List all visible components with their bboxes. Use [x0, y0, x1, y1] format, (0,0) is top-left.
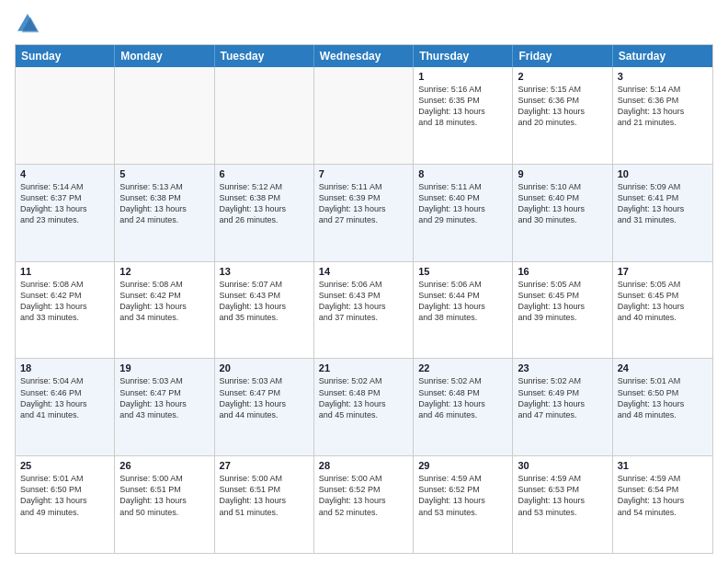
day-number: 22 [418, 362, 507, 373]
day-cell-21: 21Sunrise: 5:02 AM Sunset: 6:48 PM Dayli… [314, 359, 414, 455]
day-header-monday: Monday [115, 45, 214, 67]
day-number: 26 [119, 460, 209, 471]
day-cell-13: 13Sunrise: 5:07 AM Sunset: 6:43 PM Dayli… [215, 262, 314, 359]
day-number: 11 [20, 266, 109, 277]
calendar-row-2: 4Sunrise: 5:14 AM Sunset: 6:37 PM Daylig… [16, 165, 712, 262]
calendar-row-4: 18Sunrise: 5:04 AM Sunset: 6:46 PM Dayli… [16, 359, 712, 456]
day-header-saturday: Saturday [613, 45, 712, 67]
day-number: 9 [518, 168, 607, 179]
cell-info: Sunrise: 5:04 AM Sunset: 6:46 PM Dayligh… [20, 375, 109, 420]
day-cell-28: 28Sunrise: 5:00 AM Sunset: 6:52 PM Dayli… [314, 456, 414, 553]
cell-info: Sunrise: 5:02 AM Sunset: 6:49 PM Dayligh… [518, 375, 607, 420]
day-number: 14 [319, 266, 408, 277]
day-cell-18: 18Sunrise: 5:04 AM Sunset: 6:46 PM Dayli… [16, 359, 115, 455]
day-cell-2: 2Sunrise: 5:15 AM Sunset: 6:36 PM Daylig… [513, 67, 612, 164]
empty-cell [215, 67, 314, 164]
day-number: 18 [20, 362, 109, 373]
calendar-row-1: 1Sunrise: 5:16 AM Sunset: 6:35 PM Daylig… [16, 67, 712, 165]
cell-info: Sunrise: 5:03 AM Sunset: 6:47 PM Dayligh… [119, 375, 209, 420]
day-number: 29 [418, 460, 507, 471]
day-number: 13 [220, 266, 309, 277]
day-number: 30 [518, 460, 607, 471]
empty-cell [115, 67, 214, 164]
calendar-body: 1Sunrise: 5:16 AM Sunset: 6:35 PM Daylig… [16, 67, 712, 553]
cell-info: Sunrise: 5:11 AM Sunset: 6:40 PM Dayligh… [418, 181, 507, 226]
day-cell-10: 10Sunrise: 5:09 AM Sunset: 6:41 PM Dayli… [613, 165, 712, 261]
day-cell-16: 16Sunrise: 5:05 AM Sunset: 6:45 PM Dayli… [513, 262, 612, 359]
day-header-friday: Friday [513, 45, 612, 67]
calendar: SundayMondayTuesdayWednesdayThursdayFrid… [15, 44, 713, 554]
cell-info: Sunrise: 5:03 AM Sunset: 6:47 PM Dayligh… [220, 375, 309, 420]
day-cell-7: 7Sunrise: 5:11 AM Sunset: 6:39 PM Daylig… [314, 165, 414, 261]
cell-info: Sunrise: 5:02 AM Sunset: 6:48 PM Dayligh… [319, 375, 408, 420]
cell-info: Sunrise: 5:00 AM Sunset: 6:51 PM Dayligh… [220, 473, 309, 518]
cell-info: Sunrise: 5:02 AM Sunset: 6:48 PM Dayligh… [418, 375, 507, 420]
cell-info: Sunrise: 5:08 AM Sunset: 6:42 PM Dayligh… [20, 279, 109, 324]
day-number: 28 [319, 460, 408, 471]
cell-info: Sunrise: 5:15 AM Sunset: 6:36 PM Dayligh… [518, 84, 607, 129]
day-number: 6 [220, 168, 309, 179]
cell-info: Sunrise: 5:11 AM Sunset: 6:39 PM Dayligh… [319, 181, 408, 226]
cell-info: Sunrise: 5:01 AM Sunset: 6:50 PM Dayligh… [20, 473, 109, 518]
day-number: 15 [418, 266, 507, 277]
day-cell-27: 27Sunrise: 5:00 AM Sunset: 6:51 PM Dayli… [215, 456, 314, 553]
cell-info: Sunrise: 5:05 AM Sunset: 6:45 PM Dayligh… [518, 279, 607, 324]
day-number: 20 [220, 362, 309, 373]
cell-info: Sunrise: 5:00 AM Sunset: 6:51 PM Dayligh… [119, 473, 209, 518]
day-number: 12 [119, 266, 209, 277]
day-number: 23 [518, 362, 607, 373]
day-number: 24 [618, 362, 708, 373]
day-number: 27 [220, 460, 309, 471]
empty-cell [314, 67, 414, 164]
empty-cell [16, 67, 115, 164]
day-number: 3 [618, 71, 708, 82]
logo [15, 11, 44, 37]
day-cell-25: 25Sunrise: 5:01 AM Sunset: 6:50 PM Dayli… [16, 456, 115, 553]
day-number: 19 [119, 362, 209, 373]
day-cell-12: 12Sunrise: 5:08 AM Sunset: 6:42 PM Dayli… [115, 262, 214, 359]
day-cell-3: 3Sunrise: 5:14 AM Sunset: 6:36 PM Daylig… [613, 67, 712, 164]
cell-info: Sunrise: 5:06 AM Sunset: 6:44 PM Dayligh… [418, 279, 507, 324]
day-number: 5 [119, 168, 209, 179]
cell-info: Sunrise: 4:59 AM Sunset: 6:52 PM Dayligh… [418, 473, 507, 518]
day-cell-26: 26Sunrise: 5:00 AM Sunset: 6:51 PM Dayli… [115, 456, 214, 553]
day-header-sunday: Sunday [16, 45, 115, 67]
cell-info: Sunrise: 5:07 AM Sunset: 6:43 PM Dayligh… [220, 279, 309, 324]
day-number: 10 [618, 168, 708, 179]
day-cell-4: 4Sunrise: 5:14 AM Sunset: 6:37 PM Daylig… [16, 165, 115, 261]
day-cell-23: 23Sunrise: 5:02 AM Sunset: 6:49 PM Dayli… [513, 359, 612, 455]
day-header-tuesday: Tuesday [215, 45, 314, 67]
cell-info: Sunrise: 5:12 AM Sunset: 6:38 PM Dayligh… [220, 181, 309, 226]
day-cell-17: 17Sunrise: 5:05 AM Sunset: 6:45 PM Dayli… [613, 262, 712, 359]
day-cell-24: 24Sunrise: 5:01 AM Sunset: 6:50 PM Dayli… [613, 359, 712, 455]
day-number: 25 [20, 460, 109, 471]
day-header-thursday: Thursday [414, 45, 513, 67]
day-cell-1: 1Sunrise: 5:16 AM Sunset: 6:35 PM Daylig… [414, 67, 513, 164]
cell-info: Sunrise: 4:59 AM Sunset: 6:53 PM Dayligh… [518, 473, 607, 518]
cell-info: Sunrise: 5:10 AM Sunset: 6:40 PM Dayligh… [518, 181, 607, 226]
day-number: 21 [319, 362, 408, 373]
day-cell-20: 20Sunrise: 5:03 AM Sunset: 6:47 PM Dayli… [215, 359, 314, 455]
day-cell-19: 19Sunrise: 5:03 AM Sunset: 6:47 PM Dayli… [115, 359, 214, 455]
day-number: 8 [418, 168, 507, 179]
cell-info: Sunrise: 5:01 AM Sunset: 6:50 PM Dayligh… [618, 375, 708, 420]
cell-info: Sunrise: 5:16 AM Sunset: 6:35 PM Dayligh… [418, 84, 507, 129]
day-cell-5: 5Sunrise: 5:13 AM Sunset: 6:38 PM Daylig… [115, 165, 214, 261]
cell-info: Sunrise: 5:08 AM Sunset: 6:42 PM Dayligh… [119, 279, 209, 324]
day-number: 16 [518, 266, 607, 277]
cell-info: Sunrise: 5:13 AM Sunset: 6:38 PM Dayligh… [119, 181, 209, 226]
day-number: 4 [20, 168, 109, 179]
day-cell-11: 11Sunrise: 5:08 AM Sunset: 6:42 PM Dayli… [16, 262, 115, 359]
calendar-row-5: 25Sunrise: 5:01 AM Sunset: 6:50 PM Dayli… [16, 456, 712, 553]
day-number: 1 [418, 71, 507, 82]
logo-icon [15, 11, 40, 37]
page-header [15, 11, 713, 37]
day-cell-15: 15Sunrise: 5:06 AM Sunset: 6:44 PM Dayli… [414, 262, 513, 359]
day-cell-22: 22Sunrise: 5:02 AM Sunset: 6:48 PM Dayli… [414, 359, 513, 455]
day-number: 2 [518, 71, 607, 82]
day-cell-31: 31Sunrise: 4:59 AM Sunset: 6:54 PM Dayli… [613, 456, 712, 553]
day-cell-30: 30Sunrise: 4:59 AM Sunset: 6:53 PM Dayli… [513, 456, 612, 553]
calendar-row-3: 11Sunrise: 5:08 AM Sunset: 6:42 PM Dayli… [16, 262, 712, 360]
day-cell-9: 9Sunrise: 5:10 AM Sunset: 6:40 PM Daylig… [513, 165, 612, 261]
cell-info: Sunrise: 4:59 AM Sunset: 6:54 PM Dayligh… [618, 473, 708, 518]
